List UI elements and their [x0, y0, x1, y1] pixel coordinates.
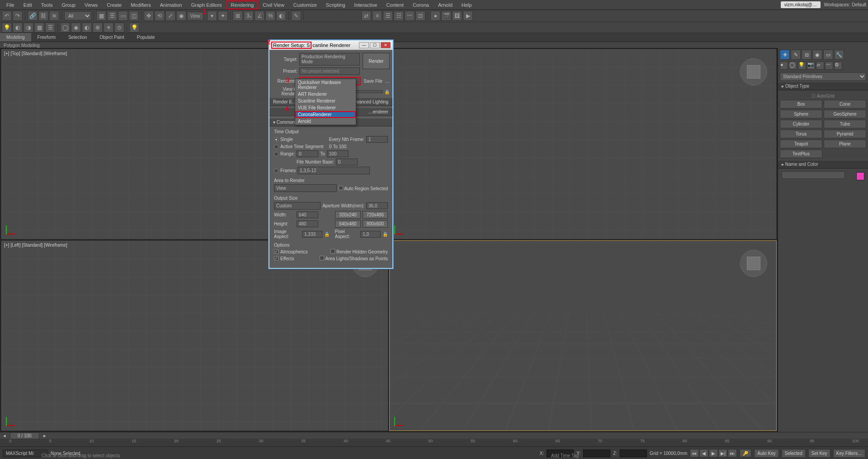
render-button[interactable]: Render [363, 53, 390, 69]
schematic-icon[interactable]: ⊡ [415, 11, 425, 21]
minimize-icon[interactable]: — [359, 42, 369, 48]
spacewarps-icon[interactable]: 〰 [825, 61, 833, 70]
sub3-icon[interactable]: ◑ [24, 23, 33, 33]
helpers-icon[interactable]: ▱ [816, 61, 824, 70]
renderer-opt-corona[interactable]: CoronaRenderer [295, 111, 356, 118]
keyfilters-button[interactable]: Key Filters… [833, 449, 865, 458]
scale-icon[interactable]: ⤢ [165, 11, 175, 21]
lock-icon[interactable]: 🔒 [384, 89, 390, 94]
place-icon[interactable]: ◉ [176, 11, 186, 21]
hidden-check[interactable] [330, 249, 335, 253]
cone-button[interactable]: Cone [824, 100, 866, 108]
torus-button[interactable]: Torus [780, 130, 822, 138]
imgaspect-lock-icon[interactable]: 🔒 [324, 232, 330, 237]
menu-rendering[interactable]: Rendering [226, 0, 259, 9]
timeline-frame[interactable]: 0 / 100 [10, 432, 39, 439]
sphere-button[interactable]: Sphere [780, 110, 822, 118]
textplus-button[interactable]: TextPlus [780, 150, 822, 158]
timeline-ruler[interactable]: 0510152025303540455055606570758085909510… [0, 439, 868, 447]
render-frame-icon[interactable]: 🖼 [452, 11, 462, 21]
snap3-icon[interactable]: 3ₛ [244, 11, 254, 21]
preset-320[interactable]: 320x240 [335, 211, 360, 219]
menu-edit[interactable]: Edit [19, 0, 37, 9]
goto-end-icon[interactable]: ⏭ [728, 449, 737, 457]
pyramid-button[interactable]: Pyramid [824, 130, 866, 138]
next-frame-icon[interactable]: ▶| [718, 449, 727, 457]
cylinder-button[interactable]: Cylinder [780, 120, 822, 128]
effects-check[interactable] [274, 256, 278, 261]
renderer-opt-arnold[interactable]: Arnold [295, 118, 356, 125]
modify-tab-icon[interactable]: ✎ [791, 50, 801, 60]
ref-coord-system[interactable]: View [187, 12, 203, 20]
preset-640[interactable]: 640x480 [335, 220, 360, 228]
menu-views[interactable]: Views [80, 0, 102, 9]
box-button[interactable]: Box [780, 100, 822, 108]
viewport-left[interactable]: [+] [Left] [Standard] [Wireframe] [1, 240, 388, 431]
display-tab-icon[interactable]: ▭ [823, 50, 833, 60]
window-crossing-icon[interactable]: ◫ [129, 11, 139, 21]
rect-select-icon[interactable]: ▭ [118, 11, 128, 21]
viewcube-icon[interactable] [740, 250, 767, 277]
menu-tools[interactable]: Tools [37, 0, 57, 9]
curve-editor-icon[interactable]: 〰 [405, 11, 415, 21]
renderer-opt-art[interactable]: ART Renderer [295, 91, 356, 98]
play-icon[interactable]: ▶ [709, 449, 718, 457]
sub9-icon[interactable]: ⊕ [93, 23, 103, 33]
dlg-tab-renderer[interactable]: …enderer [365, 108, 392, 116]
cameras-icon[interactable]: 📷 [807, 61, 815, 70]
lights-icon[interactable]: 💡 [798, 61, 806, 70]
sub8-icon[interactable]: ◐ [82, 23, 92, 33]
menu-interactive[interactable]: Interactive [350, 0, 382, 9]
autoregion-check[interactable] [339, 186, 343, 190]
preset-800[interactable]: 800x600 [363, 220, 388, 228]
renderer-opt-vue[interactable]: VUE File Renderer [295, 104, 356, 111]
sub2-icon[interactable]: ◐ [13, 23, 23, 33]
shapes-icon[interactable]: ◯ [789, 61, 797, 70]
timeline-next-icon[interactable]: ▸ [40, 433, 49, 439]
geometry-icon[interactable]: ● [780, 61, 788, 70]
sub10-icon[interactable]: ☀ [104, 23, 113, 33]
single-radio[interactable] [274, 137, 278, 142]
viewport-perspective[interactable] [389, 240, 777, 431]
snap-icon[interactable]: ⊞ [233, 11, 243, 21]
selection-filter[interactable]: All [64, 11, 91, 20]
every-nth-input[interactable]: 1 [366, 136, 388, 143]
aperture-input[interactable]: 36,0 [366, 202, 388, 209]
rotate-icon[interactable]: ⟲ [155, 11, 165, 21]
align-icon[interactable]: ≡ [372, 11, 382, 21]
range-to-input[interactable]: 100 [327, 150, 349, 157]
frames-radio[interactable] [274, 169, 278, 173]
select-icon[interactable]: ▦ [96, 11, 106, 21]
range-radio[interactable] [274, 152, 278, 156]
preset-select[interactable]: No preset selected [299, 67, 360, 75]
ribbon-selection[interactable]: Selection [62, 33, 93, 42]
render-icon[interactable]: ▶ [463, 11, 473, 21]
named-sel-icon[interactable]: ✎ [291, 11, 301, 21]
area-select[interactable]: View [274, 184, 337, 192]
sub12-icon[interactable]: 💡 [129, 23, 139, 33]
ribbon-freeform[interactable]: Freeform [31, 33, 62, 42]
selected-button[interactable]: Selected [782, 449, 806, 458]
category-select[interactable]: Standard Primitives [780, 72, 866, 81]
menu-graph-editors[interactable]: Graph Editors [187, 0, 226, 9]
undo-icon[interactable]: ↶ [2, 11, 12, 21]
menu-animation[interactable]: Animation [156, 0, 187, 9]
autogrid-checkbox[interactable]: ☐ AutoGrid [780, 92, 866, 100]
geosphere-button[interactable]: GeoSphere [824, 110, 866, 118]
user-account[interactable]: vizm.nikolaj@… [781, 1, 821, 8]
autokey-button[interactable]: Auto Key [754, 449, 779, 458]
arealights-check[interactable] [320, 256, 324, 260]
savefile-more-icon[interactable]: … [385, 79, 390, 84]
redo-icon[interactable]: ↷ [13, 11, 23, 21]
menu-customize[interactable]: Customize [289, 0, 321, 9]
systems-icon[interactable]: ⚙ [834, 61, 842, 70]
spinner-snap-icon[interactable]: ◐ [276, 11, 286, 21]
menu-corona[interactable]: Corona [408, 0, 434, 9]
unlink-icon[interactable]: ⛓ [38, 11, 48, 21]
viewcube-icon[interactable] [740, 58, 767, 85]
maximize-icon[interactable]: ☐ [370, 42, 380, 48]
goto-start-icon[interactable]: ⏮ [690, 449, 699, 457]
ribbon-object-paint[interactable]: Object Paint [93, 33, 130, 42]
add-time-tag[interactable]: Add Time Tag [551, 453, 579, 458]
menu-help[interactable]: Help [457, 0, 476, 9]
